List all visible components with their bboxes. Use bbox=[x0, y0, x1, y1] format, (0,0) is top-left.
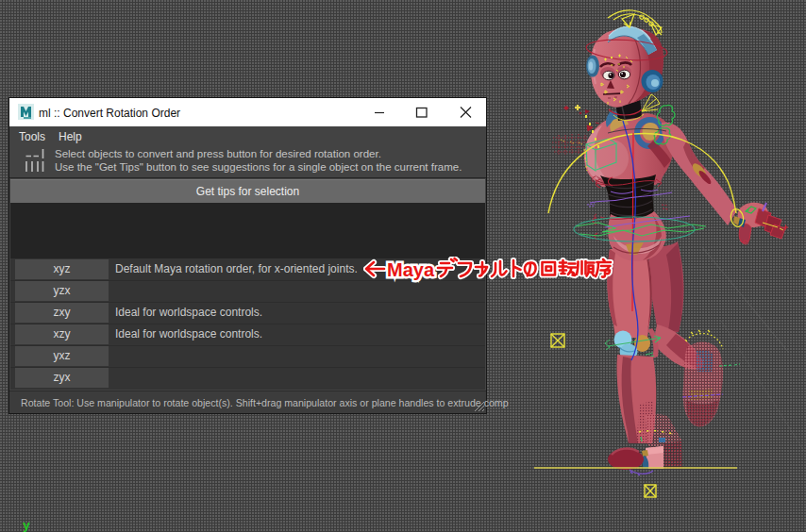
svg-text:Maya: Maya bbox=[387, 259, 435, 280]
